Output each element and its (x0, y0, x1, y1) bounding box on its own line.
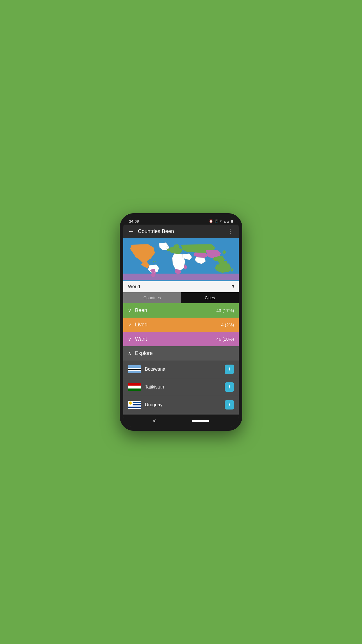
been-label: Been (135, 307, 216, 314)
tab-countries[interactable]: Countries (123, 292, 181, 303)
flag-uruguay (128, 401, 141, 409)
signal-icon: ▲▲ (223, 220, 230, 223)
lived-chevron-icon: ∨ (128, 322, 131, 328)
content-area: ∨ Been 43 (17%) ∨ Lived 4 (2%) ∨ Want 46… (123, 303, 239, 415)
back-button[interactable]: ← (128, 228, 134, 235)
svg-rect-7 (128, 407, 141, 408)
info-button-botswana[interactable]: i (225, 365, 234, 374)
phone-screen: 14:08 ⏰ 📳 ▾ ▲▲ ▮ ← Countries Been ⋮ (123, 217, 239, 427)
app-title: Countries Been (138, 228, 228, 235)
world-selector[interactable]: World (123, 281, 239, 292)
world-selector-label: World (128, 284, 140, 289)
explore-chevron-icon: ∧ (128, 351, 131, 356)
menu-button[interactable]: ⋮ (228, 228, 234, 235)
svg-point-9 (129, 402, 132, 405)
svg-point-3 (155, 261, 156, 262)
svg-point-2 (153, 261, 154, 262)
section-been[interactable]: ∨ Been 43 (17%) (123, 303, 239, 318)
alarm-icon: ⏰ (209, 219, 213, 223)
phone-shell: 14:08 ⏰ 📳 ▾ ▲▲ ▮ ← Countries Been ⋮ (120, 213, 242, 431)
explore-label: Explore (135, 350, 234, 356)
lived-label: Lived (135, 322, 221, 328)
country-item-tajikistan[interactable]: Tajikistan i (123, 378, 239, 396)
country-item-uruguay[interactable]: Uruguay i (123, 396, 239, 414)
wifi-icon: ▾ (220, 219, 222, 223)
status-bar: 14:08 ⏰ 📳 ▾ ▲▲ ▮ (123, 217, 239, 225)
app-bar: ← Countries Been ⋮ (123, 225, 239, 238)
nav-back-button[interactable]: < (153, 418, 156, 424)
want-count: 46 (18%) (216, 337, 234, 342)
battery-icon: ▮ (231, 219, 233, 223)
info-button-tajikistan[interactable]: i (225, 382, 234, 392)
lived-count: 4 (2%) (221, 322, 234, 327)
nav-home-button[interactable] (192, 420, 209, 422)
country-name-botswana: Botswana (145, 367, 225, 372)
section-lived[interactable]: ∨ Lived 4 (2%) (123, 318, 239, 332)
info-button-uruguay[interactable]: i (225, 400, 234, 410)
been-count: 43 (17%) (216, 308, 234, 313)
country-name-uruguay: Uruguay (145, 402, 225, 407)
been-chevron-icon: ∨ (128, 308, 131, 313)
world-map (123, 238, 239, 281)
status-time: 14:08 (129, 219, 139, 223)
want-label: Want (135, 336, 216, 342)
section-explore[interactable]: ∧ Explore (123, 346, 239, 360)
dropdown-arrow-icon (232, 285, 234, 288)
vibrate-icon: 📳 (215, 219, 219, 223)
want-chevron-icon: ∨ (128, 336, 131, 342)
country-item-botswana[interactable]: Botswana i (123, 360, 239, 378)
nav-bar: < (123, 415, 239, 427)
tab-bar: Countries Cities (123, 292, 239, 303)
status-icons: ⏰ 📳 ▾ ▲▲ ▮ (209, 219, 233, 223)
flag-tajikistan (128, 383, 141, 391)
section-want[interactable]: ∨ Want 46 (18%) (123, 332, 239, 346)
svg-rect-1 (123, 274, 239, 280)
tab-cities[interactable]: Cities (181, 292, 239, 303)
flag-botswana (128, 365, 141, 373)
country-name-tajikistan: Tajikistan (145, 384, 225, 390)
